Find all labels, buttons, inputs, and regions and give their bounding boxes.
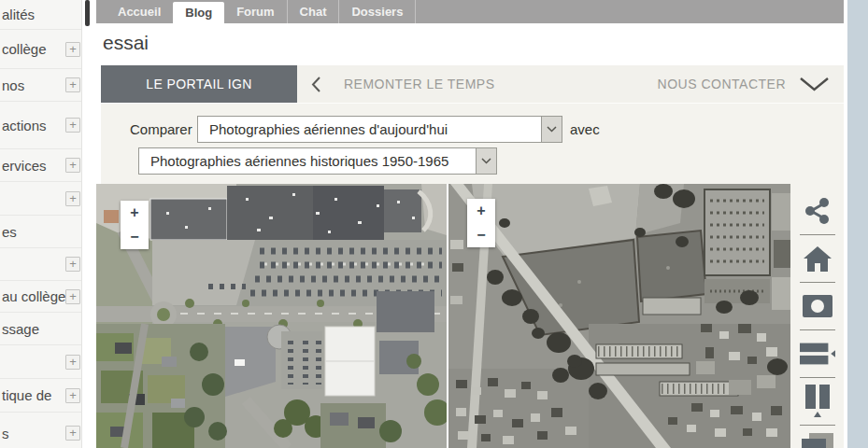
sidebar-item-label: nos [0,77,24,93]
sidebar-item-label: ervices [0,158,47,174]
expand-plus-icon[interactable]: + [65,158,80,173]
sidebar-menu-item[interactable]: es + [0,216,81,248]
portal-ign-button[interactable]: LE PORTAIL IGN [101,65,297,103]
sidebar-item-label: actions [0,118,47,133]
sidebar-menu-item[interactable]: s + [0,413,81,448]
expand-plus-icon[interactable]: + [65,289,80,304]
sidebar-item-label: ssage [0,321,39,337]
expand-plus-icon[interactable]: + [65,42,80,57]
second-layer-select[interactable]: Photographies aériennes historiques 1950… [138,147,497,175]
first-layer-select[interactable]: Photographies aériennes d'aujourd'hui [197,116,562,143]
portal-ign-label: LE PORTAIL IGN [146,77,252,91]
zoom-in-button[interactable]: + [467,199,495,223]
back-chevron-icon[interactable] [305,65,327,103]
sidebar-item-label: alités [0,7,35,22]
sidebar-menu-item[interactable]: + [0,345,81,379]
top-navigation: Accueil Blog Forum Chat Dossiers [96,0,844,23]
camera-icon[interactable] [800,283,835,330]
nav-tab[interactable]: Dossiers [339,0,416,23]
duplicate-icon[interactable] [800,426,835,448]
widget-title: REMONTER LE TEMPS [344,65,495,103]
nav-tab-label: Accueil [118,5,161,19]
sidebar-menu-item[interactable]: alités + [0,0,81,30]
page-title: essai [103,32,149,54]
zoom-out-button[interactable]: − [121,225,149,249]
nav-tab-label: Forum [236,5,274,19]
zoom-control: + − [467,199,495,247]
window-edge [847,0,868,448]
expand-plus-icon[interactable]: + [65,388,80,403]
sidebar-menu-item[interactable]: tique de + [0,379,81,413]
ign-widget: LE PORTAIL IGN REMONTER LE TEMPS NOUS CO… [96,65,844,448]
second-layer-value: Photographies aériennes historiques 1950… [139,148,496,174]
nav-tab-label: Chat [300,5,327,19]
sidebar-menu-item[interactable]: + [0,248,81,281]
contact-button[interactable]: NOUS CONTACTER [658,65,786,103]
first-layer-value: Photographies aériennes d'aujourd'hui [198,117,562,142]
expand-plus-icon[interactable]: + [65,191,80,206]
sidebar-item-label: collège [0,41,47,57]
historical-aerial-imagery [448,184,790,448]
nav-tab[interactable]: Chat [288,0,340,23]
sidebar-menu-item[interactable]: actions + [0,102,81,149]
chevron-down-icon[interactable] [799,65,830,103]
split-horizontal-icon[interactable] [800,330,835,378]
historical-aerial-map[interactable]: + − [448,184,790,448]
select-chevron-icon[interactable] [541,117,562,142]
nav-tab-label: Dossiers [351,5,403,19]
zoom-control: + − [121,201,149,249]
nav-tab-label: Blog [185,6,212,20]
split-vertical-icon[interactable] [800,378,835,426]
with-label: avec [570,121,600,137]
expand-plus-icon[interactable]: + [65,426,80,441]
expand-plus-icon[interactable]: + [65,355,80,370]
compare-label: Comparer [130,121,192,137]
nav-tab[interactable]: Blog [173,2,224,23]
compare-panel: Comparer Photographies aériennes d'aujou… [101,103,844,184]
sidebar-menu-item[interactable]: + [0,182,81,216]
sidebar-menu-item[interactable]: ervices + [0,149,81,182]
widget-toolbar: LE PORTAIL IGN REMONTER LE TEMPS NOUS CO… [101,65,844,103]
map-tools-toolbar [790,184,844,448]
sidebar-menu-item[interactable]: collège + [0,30,81,69]
sidebar-item-label: tique de [0,387,51,403]
sidebar-item-label: s [0,426,9,441]
current-aerial-map[interactable]: + − [96,184,447,448]
sidebar-scrollbar-thumb[interactable] [85,0,90,26]
expand-plus-icon[interactable]: + [65,118,80,133]
zoom-in-button[interactable]: + [121,201,149,225]
sidebar-menu-item[interactable]: au collège + [0,281,81,313]
sidebar-item-label: es [0,224,17,240]
nav-tab[interactable]: Accueil [106,0,173,23]
maps-row: + − [96,184,844,448]
expand-plus-icon[interactable]: + [65,257,80,272]
page: alités + collège + nos + actions + ervic… [0,0,868,448]
sidebar-item-label: au collège [0,288,65,304]
nav-tab[interactable]: Forum [224,0,287,23]
select-chevron-icon[interactable] [476,148,496,174]
share-icon[interactable] [800,188,835,235]
expand-plus-icon[interactable]: + [65,77,80,92]
zoom-out-button[interactable]: − [467,223,495,247]
sidebar-menu-item[interactable]: ssage + [0,313,81,345]
current-aerial-imagery [96,184,447,448]
left-sidebar-menu: alités + collège + nos + actions + ervic… [0,0,82,448]
sidebar-menu-item[interactable]: nos + [0,69,81,102]
home-icon[interactable] [800,235,835,283]
